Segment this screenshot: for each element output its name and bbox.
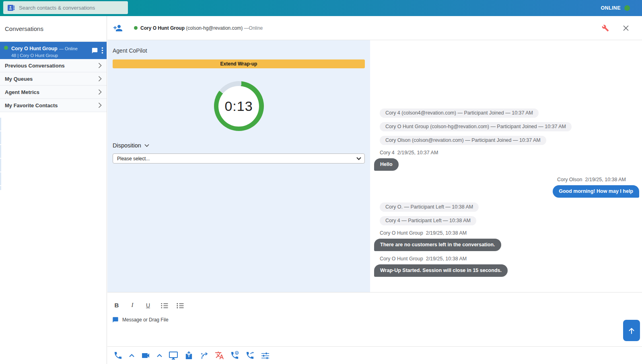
online-status-dot — [624, 5, 630, 11]
message-row: Wrap-Up Started. Session will close in 1… — [374, 264, 642, 277]
transfer-call-icon[interactable] — [245, 351, 255, 360]
message-sender: Cory O Hunt Group — [380, 230, 423, 236]
message-bubble-icon — [112, 317, 119, 323]
conversation-item-selected[interactable]: Cory O Hunt Group — Online 48 | Cory O H… — [0, 42, 107, 59]
header-contact-email: (colson-hg@revation.com) — [186, 25, 243, 31]
wrench-icon[interactable] — [602, 25, 609, 32]
message-sender: Cory O Hunt Group — [380, 256, 423, 262]
conversation-header: Cory O Hunt Group (colson-hg@revation.co… — [107, 16, 642, 40]
person-add-icon[interactable] — [113, 23, 123, 33]
italic-button[interactable]: I — [130, 302, 135, 309]
video-call-icon[interactable] — [141, 351, 150, 360]
search-box[interactable] — [3, 1, 128, 14]
sidebar-item-my-queues[interactable]: My Queues — [0, 72, 107, 86]
chat-messages: Cory 4 (colson4@revation.com) — Particip… — [370, 40, 642, 292]
presence-dot-icon — [4, 46, 8, 50]
system-message: Cory O. — Participant Left — 10:38 AM — [380, 202, 642, 212]
ordered-list-icon[interactable] — [161, 303, 167, 309]
online-status-label: ONLINE — [601, 5, 621, 11]
agent-copilot-panel: Agent CoPilot Extend Wrap-up 0:13 Dispos… — [107, 40, 370, 292]
file-share-icon[interactable] — [184, 351, 193, 360]
message-meta: Cory O Hunt Group2/19/25, 10:38 AM — [380, 230, 636, 236]
chevron-down-icon — [356, 157, 361, 160]
send-button[interactable] — [623, 320, 640, 341]
message-sender: Cory Olson — [557, 177, 582, 182]
message-row: Hello — [374, 158, 642, 171]
system-message-pill: Cory O Hunt Group (colson-hg@revation.co… — [380, 122, 572, 131]
system-message: Cory O Hunt Group (colson-hg@revation.co… — [380, 122, 642, 131]
system-message-pill: Cory 4 (colson4@revation.com) — Particip… — [380, 108, 539, 118]
copilot-title: Agent CoPilot — [113, 47, 365, 54]
message-placeholder: Message or Drag File — [122, 317, 169, 323]
message-meta: Cory 42/19/25, 10:37 AM — [380, 150, 636, 155]
header-contact-name: Cory O Hunt Group — [140, 25, 185, 31]
message-input[interactable]: Message or Drag File — [112, 317, 642, 323]
sidebar-item-agent-metrics[interactable]: Agent Metrics — [0, 86, 107, 99]
wrapup-timer-value: 0:13 — [224, 98, 253, 114]
sidebar-item-my-favorite-contacts[interactable]: My Favorite Contacts — [0, 99, 107, 112]
call-options-chevron-icon[interactable] — [129, 354, 135, 358]
svg-text:P: P — [236, 352, 238, 354]
message-timestamp: 2/19/25, 10:38 AM — [426, 256, 467, 262]
underline-button[interactable]: U — [145, 302, 151, 309]
close-icon[interactable] — [623, 25, 629, 31]
chevron-down-icon — [144, 144, 149, 147]
contacts-icon — [7, 4, 15, 11]
more-options-icon[interactable] — [101, 47, 103, 54]
sidebar-item-previous-conversations[interactable]: Previous Conversations — [0, 59, 107, 72]
sidebar: Conversations Cory O Hunt Group — Online… — [0, 16, 107, 364]
message-meta: Cory Olson2/19/25, 10:38 AM — [380, 177, 636, 182]
search-input[interactable] — [19, 5, 124, 11]
call-icon[interactable] — [113, 351, 123, 360]
bullet-list-icon[interactable] — [177, 303, 182, 309]
disposition-select[interactable]: Please select... — [113, 153, 365, 164]
translate-icon[interactable] — [215, 351, 224, 360]
message-bubble: Wrap-Up Started. Session will close in 1… — [374, 264, 508, 277]
system-message-pill: Cory Olson (colson@revation.com) — Parti… — [380, 136, 546, 145]
chat-bubble-icon[interactable] — [91, 47, 98, 54]
message-timestamp: 2/19/25, 10:37 AM — [397, 150, 438, 155]
system-message: Cory 4 — Participant Left — 10:38 AM — [380, 216, 642, 225]
message-timestamp: 2/19/25, 10:38 AM — [585, 177, 626, 182]
system-message: Cory Olson (colson@revation.com) — Parti… — [380, 136, 642, 145]
screen-share-icon[interactable] — [169, 351, 178, 360]
message-bubble: There are no customers left in the conve… — [374, 239, 501, 251]
message-bubble: Good morning! How may I help — [553, 185, 639, 198]
main-panel: Cory O Hunt Group (colson-hg@revation.co… — [107, 16, 642, 364]
system-message-pill: Cory 4 — Participant Left — 10:38 AM — [380, 216, 476, 225]
presence-dot-icon — [134, 26, 138, 30]
disposition-toggle[interactable]: Disposition — [113, 142, 365, 149]
extend-wrapup-button[interactable]: Extend Wrap-up — [113, 59, 365, 68]
chevron-right-icon — [98, 89, 102, 95]
chevron-right-icon — [98, 102, 102, 108]
conversation-status: — Online — [59, 46, 78, 51]
message-row: Good morning! How may I help — [374, 185, 642, 198]
system-message: Cory 4 (colson4@revation.com) — Particip… — [380, 108, 642, 118]
edge-scroll-strip — [0, 118, 1, 190]
conversation-name: Cory O Hunt Group — [11, 46, 58, 51]
header-contact-status: —Online — [244, 25, 263, 31]
video-options-chevron-icon[interactable] — [156, 354, 163, 358]
chevron-right-icon — [98, 63, 102, 68]
ai-suggest-icon[interactable] — [200, 351, 209, 360]
wrapup-timer-ring: 0:13 — [214, 81, 264, 131]
message-composer: B I U Message or Drag File — [107, 292, 642, 364]
message-meta: Cory O Hunt Group2/19/25, 10:38 AM — [380, 256, 636, 262]
bold-button[interactable]: B — [114, 302, 119, 309]
chevron-right-icon — [98, 76, 102, 82]
top-bar: ONLINE — [0, 0, 642, 16]
park-call-icon[interactable]: P — [230, 351, 239, 360]
message-row: There are no customers left in the conve… — [374, 239, 642, 251]
message-bubble: Hello — [374, 158, 399, 171]
conversation-subtitle: 48 | Cory O Hunt Group — [11, 53, 91, 59]
message-sender: Cory 4 — [380, 150, 395, 155]
message-timestamp: 2/19/25, 10:38 AM — [426, 230, 467, 236]
call-actions-toolbar: P — [107, 346, 642, 364]
system-message-pill: Cory O. — Participant Left — 10:38 AM — [380, 202, 479, 212]
sidebar-title: Conversations — [0, 16, 107, 41]
settings-sliders-icon[interactable] — [261, 351, 270, 360]
